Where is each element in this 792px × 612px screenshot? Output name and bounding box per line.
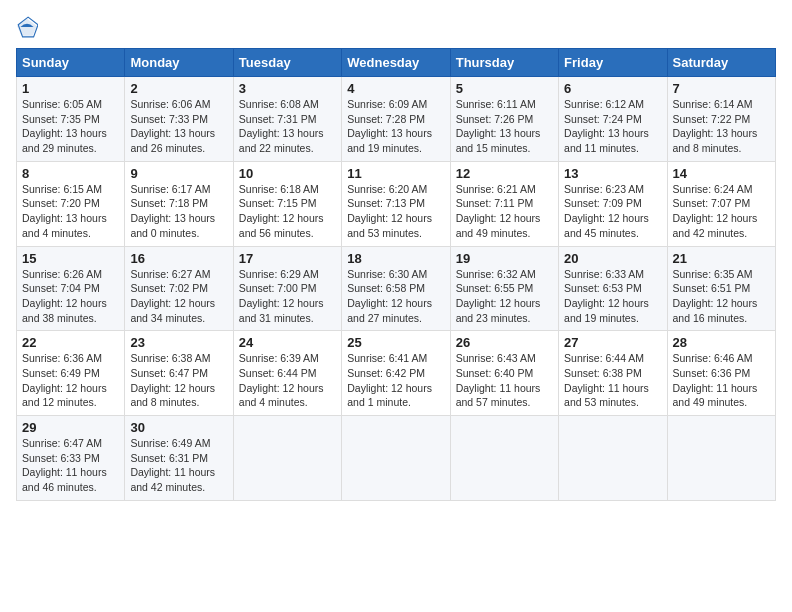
calendar-cell (450, 416, 558, 501)
day-number: 19 (456, 251, 553, 266)
day-number: 28 (673, 335, 770, 350)
cell-content: Sunrise: 6:35 AMSunset: 6:51 PMDaylight:… (673, 267, 770, 326)
calendar-week-1: 1 Sunrise: 6:05 AMSunset: 7:35 PMDayligh… (17, 77, 776, 162)
cell-content: Sunrise: 6:39 AMSunset: 6:44 PMDaylight:… (239, 351, 336, 410)
cell-content: Sunrise: 6:47 AMSunset: 6:33 PMDaylight:… (22, 436, 119, 495)
cell-content: Sunrise: 6:14 AMSunset: 7:22 PMDaylight:… (673, 97, 770, 156)
calendar-week-3: 15 Sunrise: 6:26 AMSunset: 7:04 PMDaylig… (17, 246, 776, 331)
day-number: 20 (564, 251, 661, 266)
cell-content: Sunrise: 6:38 AMSunset: 6:47 PMDaylight:… (130, 351, 227, 410)
cell-content: Sunrise: 6:26 AMSunset: 7:04 PMDaylight:… (22, 267, 119, 326)
day-number: 24 (239, 335, 336, 350)
day-number: 27 (564, 335, 661, 350)
calendar-cell: 22 Sunrise: 6:36 AMSunset: 6:49 PMDaylig… (17, 331, 125, 416)
cell-content: Sunrise: 6:15 AMSunset: 7:20 PMDaylight:… (22, 182, 119, 241)
calendar-week-4: 22 Sunrise: 6:36 AMSunset: 6:49 PMDaylig… (17, 331, 776, 416)
calendar-cell (559, 416, 667, 501)
calendar-week-2: 8 Sunrise: 6:15 AMSunset: 7:20 PMDayligh… (17, 161, 776, 246)
calendar-cell: 20 Sunrise: 6:33 AMSunset: 6:53 PMDaylig… (559, 246, 667, 331)
cell-content: Sunrise: 6:09 AMSunset: 7:28 PMDaylight:… (347, 97, 444, 156)
calendar-header-friday: Friday (559, 49, 667, 77)
cell-content: Sunrise: 6:36 AMSunset: 6:49 PMDaylight:… (22, 351, 119, 410)
cell-content: Sunrise: 6:18 AMSunset: 7:15 PMDaylight:… (239, 182, 336, 241)
day-number: 11 (347, 166, 444, 181)
calendar-cell: 26 Sunrise: 6:43 AMSunset: 6:40 PMDaylig… (450, 331, 558, 416)
calendar-header-monday: Monday (125, 49, 233, 77)
calendar-cell: 28 Sunrise: 6:46 AMSunset: 6:36 PMDaylig… (667, 331, 775, 416)
logo-icon (16, 16, 38, 38)
calendar-cell (667, 416, 775, 501)
cell-content: Sunrise: 6:08 AMSunset: 7:31 PMDaylight:… (239, 97, 336, 156)
calendar-cell (233, 416, 341, 501)
day-number: 5 (456, 81, 553, 96)
calendar-header-tuesday: Tuesday (233, 49, 341, 77)
day-number: 26 (456, 335, 553, 350)
day-number: 22 (22, 335, 119, 350)
calendar-cell: 27 Sunrise: 6:44 AMSunset: 6:38 PMDaylig… (559, 331, 667, 416)
cell-content: Sunrise: 6:30 AMSunset: 6:58 PMDaylight:… (347, 267, 444, 326)
calendar-cell: 25 Sunrise: 6:41 AMSunset: 6:42 PMDaylig… (342, 331, 450, 416)
calendar-cell: 18 Sunrise: 6:30 AMSunset: 6:58 PMDaylig… (342, 246, 450, 331)
day-number: 2 (130, 81, 227, 96)
cell-content: Sunrise: 6:12 AMSunset: 7:24 PMDaylight:… (564, 97, 661, 156)
calendar-cell (342, 416, 450, 501)
day-number: 18 (347, 251, 444, 266)
cell-content: Sunrise: 6:44 AMSunset: 6:38 PMDaylight:… (564, 351, 661, 410)
cell-content: Sunrise: 6:49 AMSunset: 6:31 PMDaylight:… (130, 436, 227, 495)
cell-content: Sunrise: 6:41 AMSunset: 6:42 PMDaylight:… (347, 351, 444, 410)
calendar-cell: 14 Sunrise: 6:24 AMSunset: 7:07 PMDaylig… (667, 161, 775, 246)
day-number: 12 (456, 166, 553, 181)
calendar-cell: 21 Sunrise: 6:35 AMSunset: 6:51 PMDaylig… (667, 246, 775, 331)
calendar-cell: 13 Sunrise: 6:23 AMSunset: 7:09 PMDaylig… (559, 161, 667, 246)
calendar-cell: 16 Sunrise: 6:27 AMSunset: 7:02 PMDaylig… (125, 246, 233, 331)
calendar-cell: 8 Sunrise: 6:15 AMSunset: 7:20 PMDayligh… (17, 161, 125, 246)
calendar-header-sunday: Sunday (17, 49, 125, 77)
day-number: 9 (130, 166, 227, 181)
calendar-cell: 24 Sunrise: 6:39 AMSunset: 6:44 PMDaylig… (233, 331, 341, 416)
logo (16, 16, 42, 38)
day-number: 8 (22, 166, 119, 181)
cell-content: Sunrise: 6:23 AMSunset: 7:09 PMDaylight:… (564, 182, 661, 241)
calendar-cell: 12 Sunrise: 6:21 AMSunset: 7:11 PMDaylig… (450, 161, 558, 246)
day-number: 13 (564, 166, 661, 181)
calendar-header-saturday: Saturday (667, 49, 775, 77)
calendar-cell: 15 Sunrise: 6:26 AMSunset: 7:04 PMDaylig… (17, 246, 125, 331)
cell-content: Sunrise: 6:24 AMSunset: 7:07 PMDaylight:… (673, 182, 770, 241)
calendar-cell: 1 Sunrise: 6:05 AMSunset: 7:35 PMDayligh… (17, 77, 125, 162)
day-number: 6 (564, 81, 661, 96)
calendar-cell: 19 Sunrise: 6:32 AMSunset: 6:55 PMDaylig… (450, 246, 558, 331)
cell-content: Sunrise: 6:43 AMSunset: 6:40 PMDaylight:… (456, 351, 553, 410)
calendar-body: 1 Sunrise: 6:05 AMSunset: 7:35 PMDayligh… (17, 77, 776, 501)
day-number: 3 (239, 81, 336, 96)
calendar-cell: 9 Sunrise: 6:17 AMSunset: 7:18 PMDayligh… (125, 161, 233, 246)
page-header (16, 16, 776, 38)
day-number: 17 (239, 251, 336, 266)
cell-content: Sunrise: 6:33 AMSunset: 6:53 PMDaylight:… (564, 267, 661, 326)
calendar-cell: 4 Sunrise: 6:09 AMSunset: 7:28 PMDayligh… (342, 77, 450, 162)
day-number: 1 (22, 81, 119, 96)
calendar-cell: 11 Sunrise: 6:20 AMSunset: 7:13 PMDaylig… (342, 161, 450, 246)
cell-content: Sunrise: 6:27 AMSunset: 7:02 PMDaylight:… (130, 267, 227, 326)
calendar-cell: 5 Sunrise: 6:11 AMSunset: 7:26 PMDayligh… (450, 77, 558, 162)
cell-content: Sunrise: 6:05 AMSunset: 7:35 PMDaylight:… (22, 97, 119, 156)
calendar-table: SundayMondayTuesdayWednesdayThursdayFrid… (16, 48, 776, 501)
calendar-cell: 2 Sunrise: 6:06 AMSunset: 7:33 PMDayligh… (125, 77, 233, 162)
day-number: 7 (673, 81, 770, 96)
cell-content: Sunrise: 6:17 AMSunset: 7:18 PMDaylight:… (130, 182, 227, 241)
cell-content: Sunrise: 6:32 AMSunset: 6:55 PMDaylight:… (456, 267, 553, 326)
cell-content: Sunrise: 6:11 AMSunset: 7:26 PMDaylight:… (456, 97, 553, 156)
day-number: 14 (673, 166, 770, 181)
day-number: 10 (239, 166, 336, 181)
day-number: 30 (130, 420, 227, 435)
day-number: 15 (22, 251, 119, 266)
calendar-cell: 3 Sunrise: 6:08 AMSunset: 7:31 PMDayligh… (233, 77, 341, 162)
cell-content: Sunrise: 6:46 AMSunset: 6:36 PMDaylight:… (673, 351, 770, 410)
calendar-cell: 17 Sunrise: 6:29 AMSunset: 7:00 PMDaylig… (233, 246, 341, 331)
calendar-cell: 6 Sunrise: 6:12 AMSunset: 7:24 PMDayligh… (559, 77, 667, 162)
day-number: 25 (347, 335, 444, 350)
calendar-cell: 23 Sunrise: 6:38 AMSunset: 6:47 PMDaylig… (125, 331, 233, 416)
calendar-week-5: 29 Sunrise: 6:47 AMSunset: 6:33 PMDaylig… (17, 416, 776, 501)
cell-content: Sunrise: 6:06 AMSunset: 7:33 PMDaylight:… (130, 97, 227, 156)
cell-content: Sunrise: 6:21 AMSunset: 7:11 PMDaylight:… (456, 182, 553, 241)
calendar-cell: 10 Sunrise: 6:18 AMSunset: 7:15 PMDaylig… (233, 161, 341, 246)
